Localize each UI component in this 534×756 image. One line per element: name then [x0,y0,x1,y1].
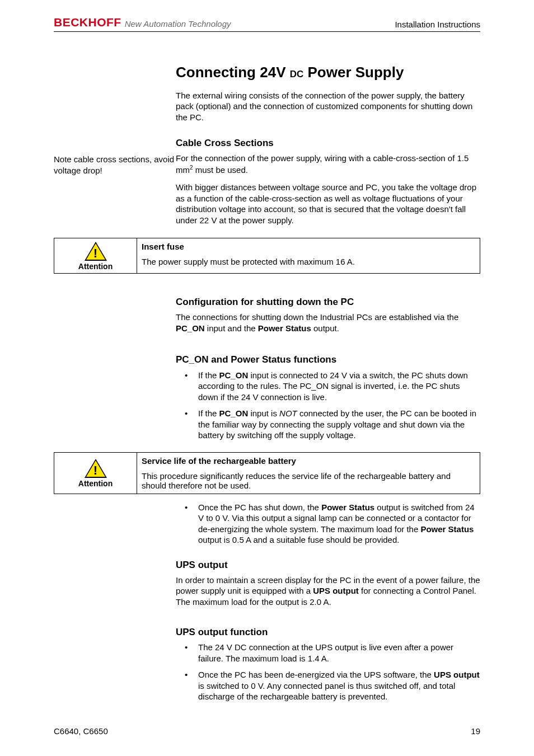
heading-cable-cross-sections: Cable Cross Sections [176,137,480,149]
cfg-e: output. [311,323,339,333]
title-post: Power Supply [303,64,404,81]
footer-page-number: 19 [471,726,480,736]
title-sub: DC [290,69,304,79]
attention-box-battery: ! Attention Service life of the recharge… [54,452,480,494]
heading-ups-output-function: UPS output function [176,626,480,638]
heading-pc-on-functions: PC_ON and Power Status functions [176,354,480,366]
logo: BECKHOFF New Automation Technology [54,16,231,29]
aa-a: Once the PC has shut down, the [198,503,321,512]
page-footer: C6640, C6650 19 [54,726,480,736]
list-item: Once the PC has been de-energized via th… [176,669,480,702]
pc-on-list: If the PC_ON input is connected to 24 V … [176,370,480,441]
li2-b: PC_ON [219,408,249,418]
attention-text: The power supply must be protected with … [142,257,475,266]
warning-icon: ! [85,242,107,261]
ups-fn-list: The 24 V DC connection at the UPS output… [176,642,480,702]
attention-label: Attention [78,479,113,488]
page-title: Connecting 24V DC Power Supply [176,63,480,82]
uf2-c: is switched to 0 V. Any connected panel … [198,681,455,702]
logo-tagline: New Automation Technology [125,19,231,29]
attention-title: Insert fuse [142,242,475,251]
sidenote-cable: Note cable cross sections, avoid voltage… [54,153,176,232]
list-item: The 24 V DC connection at the UPS output… [176,642,480,664]
attention-cell: ! Attention [54,238,137,273]
heading-ups-output: UPS output [176,559,480,571]
attention-title: Service life of the rechargeable battery [142,456,475,466]
cable-p1: For the connection of the power supply, … [176,153,480,175]
list-item: If the PC_ON input is connected to 24 V … [176,370,480,403]
list-item: Once the PC has shut down, the Power Sta… [176,502,480,546]
list-item: If the PC_ON input is NOT connected by t… [176,408,480,441]
cfg-d: Power Status [258,323,311,333]
page-header: BECKHOFF New Automation Technology Insta… [54,16,480,32]
attention-cell: ! Attention [54,453,137,494]
li1-b: PC_ON [219,370,249,380]
warning-icon: ! [85,459,107,478]
aa-d: Power Status [420,524,474,534]
footer-model: C6640, C6650 [54,726,108,736]
intro-paragraph: The external wiring consists of the conn… [176,90,480,123]
li2-a: If the [198,408,219,418]
ups-b: UPS output [313,586,359,595]
title-pre: Connecting 24V [176,64,290,81]
after-attention-list: Once the PC has shut down, the Power Sta… [176,502,480,546]
uf2-b: UPS output [434,670,480,679]
ups-p: In order to maintain a screen display fo… [176,575,480,608]
aa-b: Power Status [321,503,374,512]
uf2-a: Once the PC has been de-energized via th… [198,670,434,679]
heading-config-shutdown: Configuration for shutting down the PC [176,296,480,308]
logo-brand: BECKHOFF [54,16,121,29]
attention-label: Attention [78,262,113,271]
aa-e: output is 0.5 A and a suitable fuse shou… [198,535,399,544]
cfg-c: input and the [205,323,258,333]
attention-text: This procedure significantly reduces the… [142,471,475,490]
li1-a: If the [198,370,219,380]
cfg-b: PC_ON [176,323,205,333]
attention-body: Insert fuse The power supply must be pro… [137,238,480,273]
header-section-label: Installation Instructions [395,20,480,29]
li2-d: NOT [279,408,297,418]
attention-body: Service life of the rechargeable battery… [137,453,480,494]
cable-p2: With bigger distances between voltage so… [176,182,480,226]
li2-c: input is [248,408,279,418]
attention-box-fuse: ! Attention Insert fuse The power supply… [54,238,480,274]
cfg-a: The connections for shutting down the In… [176,312,458,322]
config-p1: The connections for shutting down the In… [176,312,480,334]
cable-p1-b: must be used. [193,165,248,175]
